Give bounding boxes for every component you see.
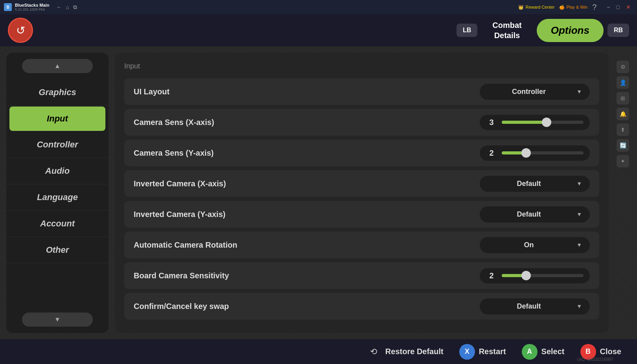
sidebar-input-label: Input	[47, 114, 68, 123]
sidebar-controller-label: Controller	[37, 140, 78, 149]
sidebar-scroll-down-btn[interactable]: ▼	[22, 313, 93, 327]
svg-text:B: B	[6, 5, 9, 9]
slider-track-y	[502, 151, 584, 154]
ui-layout-control: Controller ▼	[480, 84, 590, 100]
app-title-group: BlueStacks Main 5.21.201.1029 P64	[15, 3, 49, 11]
board-camera-value: 2	[486, 271, 497, 280]
slider-thumb-board[interactable]	[521, 271, 531, 280]
titlebar-left: B BlueStacks Main 5.21.201.1029 P64 ← ⌂ …	[4, 3, 77, 11]
sidebar-arrow-bottom: ▼	[6, 310, 109, 329]
title-bar: B BlueStacks Main 5.21.201.1029 P64 ← ⌂ …	[0, 0, 637, 14]
slider-thumb-x[interactable]	[542, 118, 551, 127]
header-bar: ↺ LB CombatDetails Options RB	[0, 14, 637, 46]
sidebar-other-label: Other	[46, 245, 69, 255]
settings-row-inverted-y: Inverted Camera (Y-axis) Default ▼	[124, 201, 599, 228]
sidebar-item-language[interactable]: Language	[6, 184, 109, 211]
settings-row-camera-sens-y: Camera Sens (Y-axis) 2	[124, 140, 599, 166]
sidebar: ▲ Graphics Input Controller Audio Langua…	[6, 53, 109, 333]
camera-sens-x-slider[interactable]: 3	[480, 115, 590, 130]
right-icon-2[interactable]: 👤	[617, 76, 629, 89]
right-sidebar: ⚙ 👤 ⊞ 🔔 ⬆ 🔄 ✦	[615, 53, 631, 333]
titlebar-right: 👑 Reward Center 🍊 Play & Win ? − □ ✕	[518, 3, 633, 12]
right-icon-7[interactable]: ✦	[617, 155, 629, 167]
settings-row-camera-sens-x: Camera Sens (X-axis) 3	[124, 109, 599, 136]
reward-icon: 👑	[518, 5, 524, 10]
inverted-y-value: Default	[488, 210, 570, 219]
select-label: Select	[541, 347, 565, 356]
inverted-x-value: Default	[488, 180, 570, 188]
sidebar-item-controller[interactable]: Controller	[6, 132, 109, 158]
help-btn[interactable]: ?	[592, 3, 596, 12]
close-label: Close	[600, 347, 621, 356]
reward-center-btn[interactable]: 👑 Reward Center	[518, 5, 554, 10]
board-camera-slider[interactable]: 2	[480, 268, 590, 283]
camera-sens-y-slider[interactable]: 2	[480, 145, 590, 161]
slider-thumb-y[interactable]	[521, 148, 531, 158]
restart-label: Restart	[479, 347, 506, 356]
footer-bar: ⟲ Restore Default X Restart A Select B C…	[0, 339, 637, 364]
right-icon-1[interactable]: ⚙	[617, 61, 629, 73]
sidebar-item-account[interactable]: Account	[6, 211, 109, 237]
auto-rotation-arrow: ▼	[576, 242, 582, 248]
app-version: 5.21.201.1029 P64	[15, 7, 49, 11]
combat-details-button[interactable]: CombatDetails	[481, 15, 532, 45]
auto-rotation-dropdown[interactable]: On ▼	[480, 237, 590, 253]
sidebar-item-other[interactable]: Other	[6, 237, 109, 263]
body-area: ▲ Graphics Input Controller Audio Langua…	[0, 46, 637, 339]
play-win-icon: 🍊	[559, 5, 565, 10]
inverted-y-dropdown[interactable]: Default ▼	[480, 206, 590, 222]
minimize-btn[interactable]: −	[604, 4, 612, 10]
right-icon-6[interactable]: 🔄	[617, 139, 629, 152]
sidebar-item-graphics[interactable]: Graphics	[6, 79, 109, 106]
back-button[interactable]: ↺	[8, 18, 33, 43]
lb-button[interactable]: LB	[457, 24, 477, 37]
options-button[interactable]: Options	[537, 19, 604, 42]
restart-action[interactable]: X Restart	[459, 344, 506, 360]
inverted-x-dropdown[interactable]: Default ▼	[480, 176, 590, 192]
ui-layout-value: Controller	[488, 88, 570, 96]
sidebar-arrow-top: ▲	[6, 57, 109, 75]
auto-rotation-label: Automatic Camera Rotation	[134, 241, 237, 250]
arrow-up-icon: ▲	[54, 63, 61, 70]
right-icon-5[interactable]: ⬆	[617, 123, 629, 136]
ui-layout-dropdown-arrow: ▼	[576, 88, 582, 95]
ui-layout-dropdown[interactable]: Controller ▼	[480, 84, 590, 100]
select-btn-circle: A	[522, 344, 538, 360]
key-swap-dropdown[interactable]: Default ▼	[480, 298, 590, 314]
main-content: ↺ LB CombatDetails Options RB ▲ Graphics	[0, 14, 637, 364]
app-title: BlueStacks Main	[15, 3, 49, 7]
close-window-btn[interactable]: ✕	[624, 4, 633, 10]
inverted-y-control: Default ▼	[480, 206, 590, 222]
app-icon: B	[4, 3, 12, 11]
select-action[interactable]: A Select	[522, 344, 565, 360]
ui-layout-label: UI Layout	[134, 87, 169, 96]
header-nav: LB CombatDetails Options RB	[457, 15, 629, 45]
settings-row-ui-layout: UI Layout Controller ▼	[124, 78, 599, 105]
sidebar-item-input[interactable]: Input	[9, 107, 105, 131]
nav-home-btn[interactable]: ⌂	[66, 4, 69, 10]
slider-fill-x	[502, 121, 547, 124]
play-win-btn[interactable]: 🍊 Play & Win	[559, 5, 587, 10]
key-swap-arrow: ▼	[576, 303, 582, 309]
camera-sens-y-value: 2	[486, 149, 497, 158]
right-icon-4[interactable]: 🔔	[617, 108, 629, 120]
inverted-x-arrow: ▼	[576, 180, 582, 187]
back-icon: ↺	[16, 24, 25, 37]
reward-center-label: Reward Center	[525, 5, 554, 9]
board-camera-label: Board Camera Sensitivity	[134, 271, 229, 280]
settings-row-key-swap: Confirm/Cancel key swap Default ▼	[124, 293, 599, 320]
sidebar-item-audio[interactable]: Audio	[6, 158, 109, 184]
maximize-btn[interactable]: □	[614, 4, 622, 10]
nav-copy-btn[interactable]: ⧉	[73, 4, 77, 11]
restore-default-action[interactable]: ⟲ Restore Default	[366, 344, 444, 360]
camera-sens-y-label: Camera Sens (Y-axis)	[134, 149, 214, 158]
right-icon-3[interactable]: ⊞	[617, 92, 629, 105]
restore-default-label: Restore Default	[385, 347, 444, 356]
slider-track-board	[502, 274, 584, 277]
settings-section-title: Input	[124, 62, 599, 70]
nav-back-btn[interactable]: ←	[56, 4, 62, 10]
sidebar-scroll-up-btn[interactable]: ▲	[22, 59, 93, 73]
rb-button[interactable]: RB	[608, 24, 629, 37]
titlebar-nav: ← ⌂ ⧉	[56, 4, 77, 11]
camera-sens-y-control: 2	[480, 145, 590, 161]
